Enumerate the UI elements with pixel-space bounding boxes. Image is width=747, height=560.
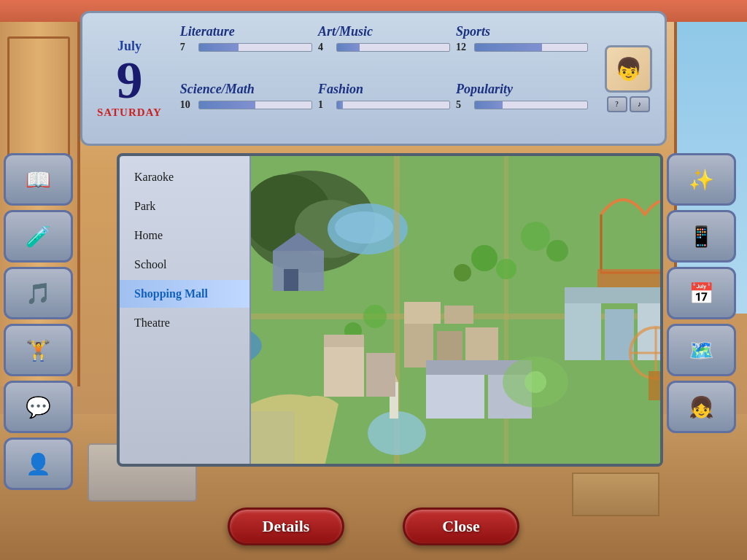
date-weekday: SATURDAY bbox=[97, 106, 162, 119]
stats-grid: Literature 7 Art/Music 4 Sports 12 bbox=[177, 20, 592, 136]
music-icon: 🎵 bbox=[26, 281, 51, 306]
stat-sports-label: Sports bbox=[456, 24, 588, 39]
svg-rect-36 bbox=[324, 346, 364, 397]
stat-art-music: Art/Music 4 bbox=[318, 24, 450, 76]
person-icon: 👤 bbox=[26, 452, 51, 476]
avatar-block: 👦 ? ♪ bbox=[599, 20, 657, 136]
stat-science-math-label: Science/Math bbox=[180, 82, 312, 97]
svg-point-30 bbox=[546, 240, 568, 262]
svg-rect-37 bbox=[324, 335, 364, 347]
stat-literature-fill bbox=[199, 44, 239, 51]
svg-rect-38 bbox=[366, 353, 395, 397]
map-icon: 🗺️ bbox=[689, 338, 714, 362]
svg-rect-12 bbox=[284, 269, 298, 291]
book-icon: 📖 bbox=[26, 168, 51, 192]
stat-popularity-bar bbox=[474, 101, 588, 109]
avatar-button-1[interactable]: ? bbox=[607, 96, 627, 112]
sidebar-btn-social[interactable]: 💬 bbox=[4, 381, 73, 433]
stat-popularity: Popularity 5 bbox=[456, 82, 588, 133]
svg-point-5 bbox=[335, 211, 393, 244]
stat-popularity-value: 5 bbox=[456, 99, 471, 111]
svg-rect-25 bbox=[565, 287, 660, 303]
stat-sports: Sports 12 bbox=[456, 24, 588, 76]
sidebar-btn-person[interactable]: 👤 bbox=[4, 438, 73, 490]
svg-rect-17 bbox=[444, 306, 473, 324]
sidebar-btn-magic[interactable]: ✨ bbox=[667, 153, 736, 206]
stat-science-math-value: 10 bbox=[180, 99, 195, 111]
sidebar-btn-avatar2[interactable]: 👧 bbox=[667, 381, 736, 433]
social-icon: 💬 bbox=[26, 395, 51, 419]
stat-art-music-fill bbox=[337, 44, 360, 51]
location-park[interactable]: Park bbox=[120, 192, 249, 220]
location-theatre[interactable]: Theatre bbox=[120, 309, 249, 337]
stat-science-math-fill bbox=[199, 101, 255, 109]
date-day: 9 bbox=[116, 54, 142, 106]
stat-fashion: Fashion 1 bbox=[318, 82, 450, 133]
sidebar-btn-fitness[interactable]: 🏋️ bbox=[4, 324, 73, 376]
stat-sports-fill bbox=[475, 44, 542, 51]
stat-fashion-fill bbox=[337, 101, 343, 109]
sidebar-btn-science[interactable]: 🧪 bbox=[4, 210, 73, 262]
svg-point-31 bbox=[363, 305, 387, 328]
stat-literature-label: Literature bbox=[180, 24, 312, 39]
stat-art-music-label: Art/Music bbox=[318, 24, 450, 39]
sidebar-btn-book[interactable]: 📖 bbox=[4, 153, 73, 206]
calendar-icon: 📅 bbox=[689, 281, 714, 306]
magic-icon: ✨ bbox=[689, 168, 714, 192]
stat-literature-bar bbox=[198, 43, 312, 52]
avatar-button-2[interactable]: ♪ bbox=[630, 96, 650, 112]
svg-rect-44 bbox=[649, 371, 660, 400]
svg-point-28 bbox=[454, 264, 471, 281]
stat-fashion-label: Fashion bbox=[318, 82, 450, 97]
stat-fashion-bar bbox=[336, 101, 450, 109]
sidebar-btn-calendar[interactable]: 📅 bbox=[667, 267, 736, 319]
svg-rect-22 bbox=[565, 302, 601, 360]
location-school[interactable]: School bbox=[120, 251, 249, 279]
sidebar-btn-music[interactable]: 🎵 bbox=[4, 267, 73, 319]
desk bbox=[572, 472, 659, 516]
stat-popularity-fill bbox=[475, 101, 503, 109]
stats-panel: July 9 SATURDAY Literature 7 Art/Music 4 bbox=[80, 11, 667, 146]
svg-point-29 bbox=[521, 222, 550, 251]
location-list: Karaoke Park Home School Shopping Mall T… bbox=[120, 156, 251, 464]
date-block: July 9 SATURDAY bbox=[90, 20, 169, 136]
left-sidebar: 📖 🧪 🎵 🏋️ 💬 👤 bbox=[4, 153, 80, 490]
bottom-buttons: Details Close bbox=[228, 508, 519, 545]
svg-point-27 bbox=[496, 259, 516, 279]
stat-fashion-value: 1 bbox=[318, 99, 333, 111]
science-icon: 🧪 bbox=[26, 225, 51, 249]
right-sidebar: ✨ 📱 📅 🗺️ 👧 bbox=[667, 153, 743, 433]
map-image bbox=[251, 156, 660, 464]
avatar2-icon: 👧 bbox=[689, 395, 714, 419]
stat-literature: Literature 7 bbox=[180, 24, 312, 76]
close-button[interactable]: Close bbox=[403, 508, 519, 545]
sidebar-btn-map[interactable]: 🗺️ bbox=[667, 324, 736, 376]
stat-science-math-bar bbox=[198, 101, 312, 109]
fitness-icon: 🏋️ bbox=[26, 338, 51, 362]
svg-rect-16 bbox=[404, 302, 441, 324]
location-shopping-mall[interactable]: Shopping Mall bbox=[120, 280, 249, 308]
stat-sports-bar bbox=[474, 43, 588, 52]
svg-rect-18 bbox=[426, 375, 484, 419]
location-karaoke[interactable]: Karaoke bbox=[120, 163, 249, 191]
sidebar-btn-phone[interactable]: 📱 bbox=[667, 210, 736, 262]
details-button[interactable]: Details bbox=[228, 508, 344, 545]
map-container: Karaoke Park Home School Shopping Mall T… bbox=[117, 153, 663, 467]
svg-point-26 bbox=[471, 245, 498, 271]
location-home[interactable]: Home bbox=[120, 222, 249, 249]
stat-science-math: Science/Math 10 bbox=[180, 82, 312, 133]
stat-literature-value: 7 bbox=[180, 42, 195, 53]
stat-popularity-label: Popularity bbox=[456, 82, 588, 97]
phone-icon: 📱 bbox=[689, 225, 714, 249]
stat-art-music-bar bbox=[336, 43, 450, 52]
svg-point-40 bbox=[525, 371, 546, 393]
avatar-buttons: ? ♪ bbox=[607, 96, 650, 112]
stat-art-music-value: 4 bbox=[318, 42, 333, 53]
stat-sports-value: 12 bbox=[456, 42, 471, 53]
avatar: 👦 bbox=[605, 45, 652, 93]
